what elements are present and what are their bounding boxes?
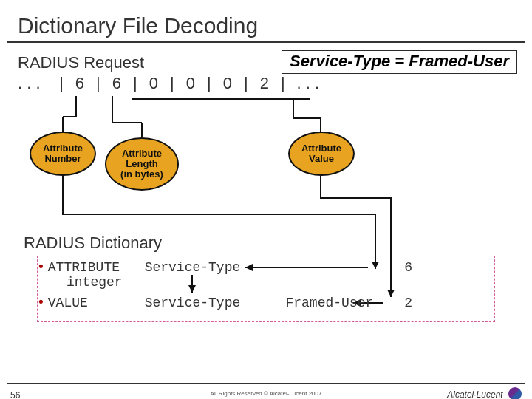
bubble-line: Attribute bbox=[31, 143, 95, 154]
dictionary-row-value: •VALUE Service-Type Framed-User 2 bbox=[37, 296, 510, 310]
sep: | bbox=[96, 74, 100, 93]
dict-value-num: 2 bbox=[404, 296, 426, 310]
slide-title: Dictionary File Decoding bbox=[0, 0, 532, 41]
brand-logo-icon bbox=[508, 387, 522, 399]
dict-value-attr: Service-Type bbox=[145, 296, 278, 310]
radius-dictionary-label: RADIUS Dictionary bbox=[24, 233, 162, 253]
bubble-attribute-length: Attribute Length (in bytes) bbox=[105, 137, 179, 191]
footer-line bbox=[7, 383, 525, 384]
packet-bytes-row: . . . | 6 | 6 | 0 | 0 | 0 | 2 | . . . bbox=[18, 74, 514, 93]
bullet-icon: • bbox=[37, 260, 45, 275]
byte-attr-number: 6 bbox=[68, 74, 92, 93]
bubble-line: (in bytes) bbox=[106, 169, 177, 180]
dictionary-row-attribute: •ATTRIBUTE Service-Type 6 integer bbox=[37, 260, 510, 290]
dict-attr-type: integer bbox=[66, 275, 123, 290]
sep: | bbox=[59, 74, 64, 93]
sep: | bbox=[244, 74, 248, 93]
sep: | bbox=[133, 74, 137, 93]
byte-val-2: 0 bbox=[216, 74, 239, 93]
brand-label: Alcatel·Lucent bbox=[447, 387, 522, 399]
dict-attr-name: Service-Type bbox=[145, 260, 278, 275]
sep: | bbox=[170, 74, 174, 93]
brand-text: Alcatel·Lucent bbox=[447, 389, 502, 399]
bytes-ellipsis-lead: . . . bbox=[18, 74, 55, 93]
bubble-attribute-value: Attribute Value bbox=[288, 132, 355, 176]
bytes-ellipsis-trail: . . . bbox=[290, 74, 327, 93]
byte-val-0: 0 bbox=[142, 74, 166, 93]
footer: 56 All Rights Reserved © Alcatel-Lucent … bbox=[0, 383, 532, 384]
content-area: RADIUS Request . . . | 6 | 6 | 0 | 0 | 0… bbox=[0, 43, 532, 93]
byte-val-3: 2 bbox=[253, 74, 276, 93]
bubble-line: Attribute bbox=[290, 143, 353, 154]
bubble-line: Number bbox=[31, 154, 95, 164]
radius-request-label: RADIUS Request bbox=[18, 53, 514, 72]
byte-val-1: 0 bbox=[179, 74, 202, 93]
sep: | bbox=[281, 74, 285, 93]
byte-attr-length: 6 bbox=[105, 74, 129, 93]
bubble-line: Attribute bbox=[106, 149, 177, 159]
bubble-line: Length bbox=[106, 159, 177, 169]
dict-keyword: ATTRIBUTE bbox=[48, 260, 137, 275]
sep: | bbox=[207, 74, 211, 93]
bubble-line: Value bbox=[290, 154, 353, 164]
bullet-icon: • bbox=[37, 296, 45, 310]
bubble-attribute-number: Attribute Number bbox=[30, 132, 96, 176]
dict-keyword: VALUE bbox=[48, 296, 137, 310]
dict-attr-num: 6 bbox=[404, 260, 426, 275]
dict-value-enum: Framed-User bbox=[285, 296, 396, 310]
